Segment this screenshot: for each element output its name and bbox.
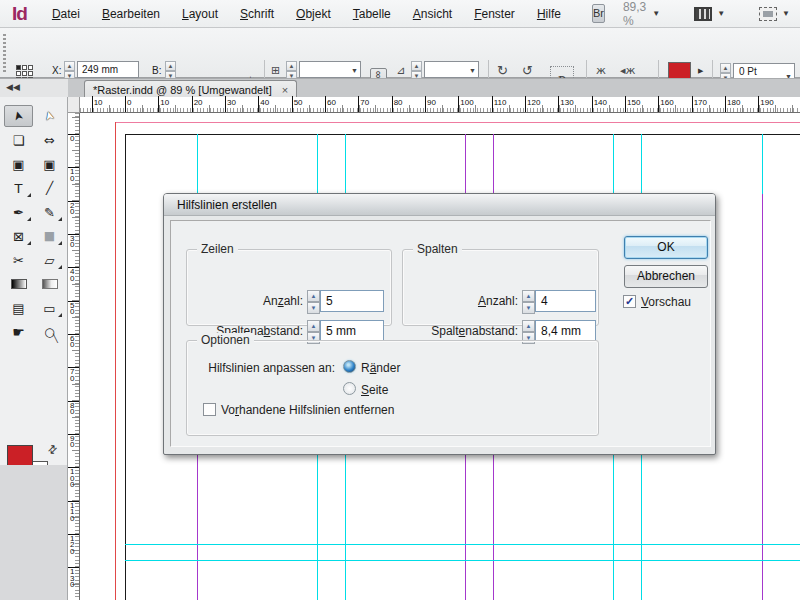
cancel-button[interactable]: Abbrechen [624,265,708,288]
line-tool[interactable]: ╱ [35,177,64,199]
margins-radio-label: Ränder [361,361,400,375]
gap-tool[interactable]: ⇔ [35,129,64,151]
preview-checkbox-label: Vorschau [641,295,691,309]
preview-margin-guide[interactable] [197,134,198,194]
ruler-tick [558,96,559,112]
pages-panel-dropdown[interactable]: ▼ [694,7,735,21]
rows-count-spinner[interactable]: ▲▼ [307,290,320,312]
scale-x-spinner[interactable]: ▲▼ [286,61,297,79]
menu-fenster[interactable]: Fenster [463,0,526,27]
menu-datei[interactable]: Datei [41,0,91,27]
ruler-label: 10 [94,98,103,107]
ruler-tick [392,96,393,112]
menu-tabelle[interactable]: Tabelle [342,0,402,27]
swap-fill-stroke-icon[interactable]: ⇄ [45,442,61,458]
content-placer-tool[interactable]: ▣ [35,153,64,175]
direct-selection-tool[interactable]: ➤ [35,105,64,127]
page-edge-left[interactable] [125,134,126,600]
distribute-icon-1[interactable]: ж [596,64,606,77]
selection-tool[interactable]: ➤ [4,105,33,127]
columns-count-field[interactable]: 4 [535,290,596,312]
collapse-panels-button[interactable]: ◀◀ [0,79,68,98]
columns-gutter-field[interactable]: 8,4 mm [535,320,596,342]
gradient-feather-tool[interactable] [35,273,64,295]
page-radio[interactable] [343,382,356,395]
ruler-tick [192,96,193,112]
menu-bearbeiten[interactable]: Bearbeiten [91,0,171,27]
toolbox-panel: ⇄ T ➤➤❏⇔▣▣T╱✒✎⊠■✂▱▤▭☛○ [0,97,68,465]
ruler-tick [258,96,259,112]
indesign-window: Id Datei Bearbeiten Layout Schrift Objek… [0,0,800,600]
preview-checkbox[interactable]: ✓ [623,295,636,308]
bleed-guide-left[interactable] [115,122,116,600]
menu-hilfe[interactable]: Hilfe [526,0,572,27]
x-label: X: [52,65,61,76]
panel-grip[interactable] [3,34,6,72]
rotate-cw-icon[interactable]: ↻ [497,63,508,78]
gradient-swatch-tool[interactable] [4,273,33,295]
hand-tool[interactable]: ☛ [4,321,33,343]
ok-button[interactable]: OK [624,236,708,259]
ruler-label: 1 1 0 [70,503,74,523]
shear-combo[interactable]: ▼ [424,61,479,78]
rotate-ccw-icon[interactable]: ↺ [522,63,533,78]
frame-tool[interactable]: ⊠ [4,225,33,247]
screen-mode-dropdown[interactable]: ▼ [759,7,800,21]
bridge-button[interactable]: Br [592,4,605,23]
note-tool[interactable]: ▤ [4,297,33,319]
ruler-tick [625,96,626,112]
distribute-icon-2[interactable]: ◂ж [620,64,635,77]
preview-row-guide[interactable] [125,544,800,545]
menu-objekt[interactable]: Objekt [285,0,342,27]
rows-count-field[interactable]: 5 [320,290,384,312]
dialog-content-panel: Zeilen Anzahl: ▲▼ 5 Spaltenabstand: ▲▼ 5… [170,220,711,447]
pencil-tool[interactable]: ✎ [35,201,64,223]
rectangle-tool[interactable]: ■ [35,225,64,247]
ruler-label: 1 3 0 [70,569,74,589]
ruler-tick [358,96,359,112]
ruler-corner[interactable] [68,97,80,113]
menu-ansicht[interactable]: Ansicht [402,0,463,27]
zoom-dropdown-arrow-icon[interactable]: ▼ [652,9,660,18]
page-edge-top[interactable] [125,134,800,135]
menu-layout[interactable]: Layout [171,0,229,27]
x-spinner[interactable]: ▲▼ [64,61,75,79]
free-transform-tool[interactable]: ▱ [35,249,64,271]
columns-gutter-spinner[interactable]: ▲▼ [522,320,535,342]
pen-tool[interactable]: ✒ [4,201,33,223]
scale-x-combo[interactable]: ▼ [299,61,361,78]
x-field[interactable]: 249 mm [77,61,139,78]
type-tool[interactable]: T [4,177,33,199]
ruler-tick [758,96,759,112]
rows-gutter-field[interactable]: 5 mm [320,320,384,342]
menu-schrift[interactable]: Schrift [229,0,285,27]
ruler-tick [425,96,426,112]
measure-tool[interactable]: ▭ [35,297,64,319]
width-spinner[interactable]: ▲▼ [165,61,176,79]
ruler-label: 2 0 [70,203,74,216]
content-collector-tool[interactable]: ▣ [4,153,33,175]
page-tool[interactable]: ❏ [4,129,33,151]
margins-radio[interactable] [343,360,356,373]
zoom-tool[interactable]: ○ [35,321,64,343]
zoom-level-value[interactable]: 89,3 % [623,0,646,28]
ruler-label: 40 [260,98,269,107]
columns-group-legend: Spalten [413,242,462,256]
bleed-guide-top[interactable] [115,122,800,123]
column-guide[interactable] [762,134,763,600]
columns-count-spinner[interactable]: ▲▼ [522,290,535,312]
preview-row-guide[interactable] [125,560,800,561]
indesign-logo: Id [12,3,27,25]
document-tab[interactable]: *Raster.indd @ 89 % [Umgewandelt] × [84,80,297,98]
vertical-ruler[interactable]: 01 02 03 04 05 06 07 08 09 01 0 01 1 01 … [68,113,80,600]
horizontal-ruler[interactable]: 1001020304050607080901001101201301401501… [80,97,800,113]
dialog-title-bar[interactable]: Hilfslinien erstellen [164,194,715,216]
scissors-tool[interactable]: ✂ [4,249,33,271]
preview-margin-guide[interactable] [762,134,763,194]
scale-x-icon: ⊞ [271,64,280,77]
remove-existing-guides-checkbox[interactable] [203,403,216,416]
fill-flyout-arrow-icon[interactable]: ▶ [698,67,703,75]
rows-gutter-spinner[interactable]: ▲▼ [307,320,320,342]
shear-spinner[interactable]: ▲▼ [411,61,422,79]
tab-close-icon[interactable]: × [282,84,288,96]
